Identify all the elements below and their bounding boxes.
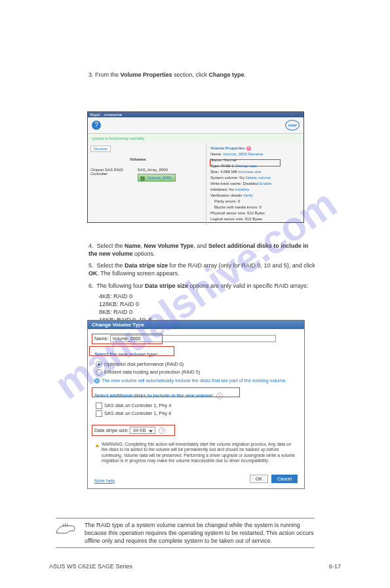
status-bar: system is functioning normally. [88, 134, 303, 143]
devices-tab[interactable]: Devices [90, 146, 111, 152]
note-hand-icon [56, 521, 77, 537]
instruction-step-3: 3. From the Volume Properties section, c… [88, 71, 318, 79]
page-footer: ASUS WS C621E SAGE Series 6-17 [49, 563, 341, 570]
change-type-link[interactable]: Change type [235, 164, 257, 168]
enable-cache-link[interactable]: Enable [260, 182, 272, 186]
name-label: Name: [94, 336, 109, 342]
step-number: 3. [88, 71, 94, 78]
cancel-button[interactable]: Cancel [271, 475, 298, 483]
help-icon[interactable]: ? [216, 393, 223, 399]
props-heading: Volume Properties [210, 146, 245, 150]
checkbox-disk-phy6[interactable] [96, 410, 102, 417]
note-text: The RAID type of a system volume cannot … [85, 521, 315, 545]
help-icon[interactable]: ? [92, 121, 101, 130]
properties-panel: Volume Properties? Name: Volume_0000 Ren… [206, 143, 303, 225]
warning-icon: ▲ [94, 442, 100, 464]
dialog-title: Change Volume Type [88, 321, 304, 329]
device-tree-panel: Devices Volumes Chipset SAS RAID Control… [88, 143, 206, 225]
window-titlebar: Rapid ...enterprise [88, 112, 303, 117]
delete-volume-link[interactable]: Delete volume [246, 176, 271, 180]
footer-right: 6-17 [329, 563, 341, 570]
info-icon: i [94, 378, 100, 383]
rename-link[interactable]: Rename [248, 152, 263, 156]
name-input[interactable]: Volume_0000 [110, 335, 276, 342]
footer-left: ASUS WS C621E SAGE Series [49, 563, 132, 570]
help-icon[interactable]: ? [159, 427, 165, 434]
instruction-steps-4-6: 4. Select the Name, New Volume Type, and… [88, 242, 318, 324]
radio-raid0[interactable] [96, 361, 102, 368]
increase-size-link[interactable]: Increase size [238, 170, 261, 174]
radio-raid5[interactable] [96, 369, 102, 376]
ok-button[interactable]: OK [250, 475, 268, 483]
array-label: SAS_Array_0000 [138, 168, 168, 172]
more-help-link[interactable]: More help [94, 479, 115, 483]
controller-label: Chipset SAS RAID Controller [90, 168, 136, 176]
volume-chip[interactable]: Volume_0000 [138, 174, 176, 182]
warning-text: WARNING: Completing this action will imm… [102, 442, 298, 464]
note-block: The RAID type of a system volume cannot … [56, 518, 315, 548]
select-type-heading: Select the new volume type: [94, 351, 159, 357]
initialize-link[interactable]: Initialize [235, 187, 250, 191]
help-icon[interactable]: ? [246, 146, 251, 151]
verify-link[interactable]: Verify [243, 193, 253, 197]
window-toolbar: ? intel [88, 117, 303, 134]
intel-logo: intel [285, 120, 300, 130]
volumes-heading: Volumes [130, 157, 203, 161]
raid-manager-window: Rapid ...enterprise ? intel system is fu… [87, 111, 304, 223]
select-disks-heading: Select additional disks to include in th… [94, 393, 214, 399]
checkbox-disk-phy4[interactable] [96, 402, 102, 409]
stripe-label: Data stripe size: [94, 427, 128, 433]
stripe-size-dropdown[interactable]: 64 KB [130, 427, 155, 434]
change-volume-type-dialog: Change Volume Type Name: Volume_0000 Sel… [87, 320, 305, 489]
